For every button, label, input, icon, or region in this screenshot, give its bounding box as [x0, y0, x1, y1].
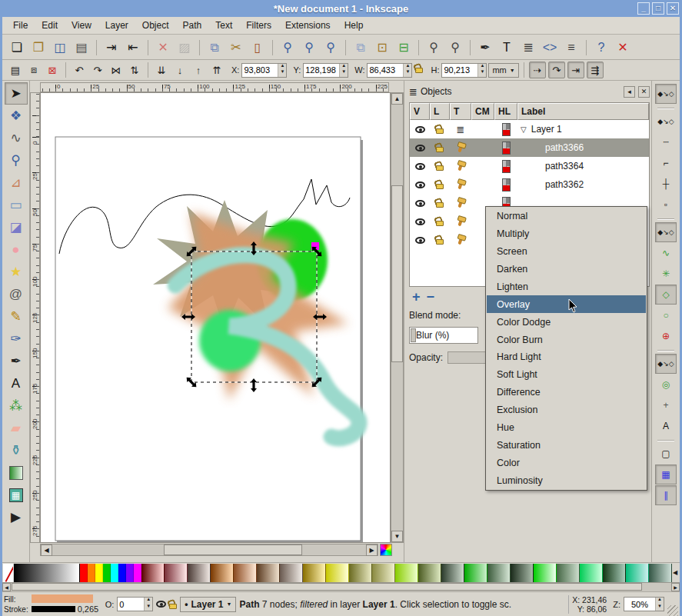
menu-file[interactable]: File	[7, 18, 34, 33]
toolbox-expander-icon[interactable]: ▶	[5, 506, 28, 528]
object-type-icon[interactable]	[457, 235, 463, 245]
visibility-eye-icon[interactable]	[415, 163, 425, 170]
palette-swatch[interactable]	[257, 564, 280, 582]
zoom-page-icon[interactable]: ⚲	[321, 38, 341, 58]
highlight-swatch[interactable]	[502, 123, 511, 136]
palette-swatch[interactable]	[649, 564, 672, 582]
zoom-spinner[interactable]: ▲▼	[624, 597, 664, 611]
palette-swatch[interactable]	[557, 564, 580, 582]
object-row-path3366[interactable]: path3366	[410, 138, 649, 157]
column-header-t[interactable]: T	[450, 103, 471, 120]
snap-paths-icon[interactable]: ∿	[655, 243, 677, 263]
blend-menu-item-hue[interactable]: Hue	[487, 419, 646, 437]
column-header-l[interactable]: L	[430, 103, 450, 120]
undo-icon[interactable]: ✕	[153, 38, 173, 58]
snap-object-centers-icon[interactable]: ◎	[655, 375, 677, 395]
deselect-icon[interactable]: ⊠	[44, 62, 61, 78]
maximize-button[interactable]: □	[652, 2, 664, 15]
export-icon[interactable]: ⇤	[123, 38, 143, 58]
lock-open-icon[interactable]	[436, 147, 444, 152]
palette-scroll-right-icon[interactable]: ▶	[671, 583, 680, 591]
zoom-drawing-icon[interactable]: ⚲	[299, 38, 319, 58]
blur-slider[interactable]: Blur (%)	[409, 327, 478, 344]
lock-ratio-icon[interactable]	[415, 68, 423, 73]
palette-swatch[interactable]	[511, 564, 534, 582]
fill-swatch[interactable]	[32, 594, 93, 603]
snap-enable-icon[interactable]: ◆↘◇	[655, 84, 677, 104]
print-document-icon[interactable]: ▤	[72, 38, 91, 58]
preferences-icon[interactable]: ?	[591, 38, 611, 58]
gradient-tool-icon[interactable]	[5, 461, 28, 484]
visibility-eye-icon[interactable]	[415, 237, 425, 244]
snap-rotation-centers-icon[interactable]: +	[655, 395, 677, 415]
object-label[interactable]: path3362	[545, 179, 584, 190]
blend-menu-item-darken[interactable]: Darken	[487, 261, 646, 278]
blend-menu-item-exclusion[interactable]: Exclusion	[487, 401, 646, 419]
xml-editor-icon[interactable]: <>	[540, 38, 560, 58]
save-document-icon[interactable]: ◫	[50, 38, 70, 58]
palette-swatch[interactable]	[441, 564, 464, 582]
palette-swatch[interactable]	[118, 564, 126, 582]
text-dialog-icon[interactable]: T	[497, 38, 517, 58]
x-spinner[interactable]: ▲▼	[241, 63, 287, 78]
snap-page-border-icon[interactable]: ▢	[655, 444, 677, 464]
layer-type-icon[interactable]: ≣	[457, 124, 465, 135]
palette-swatch[interactable]	[80, 564, 88, 582]
blend-menu-item-overlay[interactable]: Overlay	[487, 295, 646, 313]
find-nodes-icon[interactable]: ⚲	[445, 38, 465, 58]
visibility-eye-icon[interactable]	[415, 218, 425, 225]
menu-edit[interactable]: Edit	[35, 18, 64, 33]
blend-menu-item-color-dodge[interactable]: Color Dodge	[487, 313, 646, 331]
column-header-cm[interactable]: CM	[471, 103, 494, 120]
highlight-swatch[interactable]	[502, 178, 511, 191]
palette-swatch[interactable]	[372, 564, 395, 582]
scroll-down-icon[interactable]: ▼	[391, 531, 403, 542]
blend-menu-item-multiply[interactable]: Multiply	[487, 225, 646, 243]
menu-path[interactable]: Path	[177, 18, 208, 33]
panel-collapse-button[interactable]: ◂	[624, 86, 635, 98]
snap-guides-icon[interactable]: ∥	[655, 485, 677, 505]
fill-stroke-dialog-icon[interactable]: ✒	[475, 38, 495, 58]
titlebar[interactable]: *New document 1 - Inkscape _ □ ✕	[0, 0, 682, 17]
tweak-tool-icon[interactable]: ∿	[5, 127, 28, 149]
box3d-tool-icon[interactable]: ◪	[5, 216, 28, 238]
column-header-v[interactable]: V	[410, 103, 430, 120]
palette-scroll-left-icon[interactable]: ◀	[2, 583, 11, 591]
blend-menu-item-soft-light[interactable]: Soft Light	[487, 366, 646, 384]
transform-corners-icon[interactable]: ↷	[548, 62, 565, 78]
drawing-viewport[interactable]	[40, 92, 391, 543]
w-spinner[interactable]: ▲▼	[367, 63, 412, 78]
eraser-tool-icon[interactable]: ▰	[5, 417, 28, 439]
highlight-swatch[interactable]	[502, 160, 511, 173]
minimize-button[interactable]: _	[637, 2, 650, 15]
blend-menu-item-screen[interactable]: Screen	[487, 243, 646, 261]
import-icon[interactable]: ⇥	[101, 38, 121, 58]
lock-open-icon[interactable]	[436, 128, 444, 134]
layers-dialog-icon[interactable]: ≣	[518, 38, 538, 58]
palette-swatch[interactable]	[626, 564, 649, 582]
menu-filters[interactable]: Filters	[240, 18, 278, 33]
object-row-path3362[interactable]: path3362	[410, 175, 649, 194]
node-tool-icon[interactable]: ❖	[5, 105, 28, 127]
blend-menu-item-difference[interactable]: Difference	[487, 384, 646, 401]
object-label[interactable]: path3364	[545, 161, 584, 171]
x-input[interactable]	[242, 64, 278, 77]
palette-swatch[interactable]	[418, 564, 441, 582]
measure-tool-icon[interactable]: ⊿	[5, 171, 28, 194]
transform-patterns-icon[interactable]: ⇶	[587, 62, 604, 78]
snap-nodes-icon[interactable]: ◆↘◇	[655, 222, 677, 242]
palette-swatch[interactable]	[395, 564, 418, 582]
lock-open-icon[interactable]	[436, 239, 444, 245]
snap-path-intersections-icon[interactable]: ✳	[655, 264, 677, 284]
palette-swatch[interactable]	[126, 564, 134, 582]
opacity-input[interactable]	[118, 598, 144, 611]
redo-icon[interactable]: ▨	[175, 38, 195, 58]
object-type-icon[interactable]	[457, 161, 463, 171]
palette-swatch[interactable]	[95, 564, 103, 582]
color-managed-view-icon[interactable]	[380, 544, 392, 556]
menu-object[interactable]: Object	[136, 18, 175, 33]
object-type-icon[interactable]	[457, 180, 463, 189]
menu-view[interactable]: View	[65, 18, 98, 33]
palette-scroll-icon[interactable]: ◀	[673, 564, 680, 581]
snap-bbox-corners-icon[interactable]: ⌐	[655, 153, 677, 173]
